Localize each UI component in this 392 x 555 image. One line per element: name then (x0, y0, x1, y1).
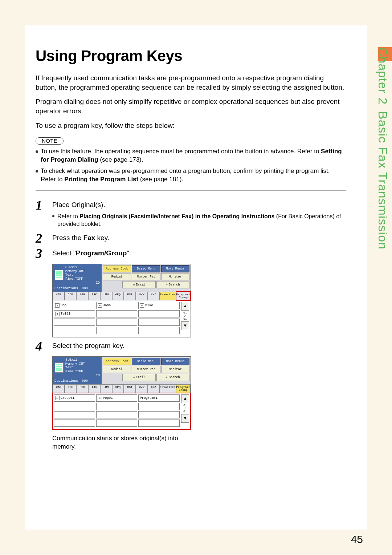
tab-favorites[interactable]: Favorites (159, 292, 176, 300)
section-divider (36, 190, 346, 191)
search-button[interactable]: Search (156, 374, 189, 381)
list-item[interactable] (138, 403, 180, 410)
entry-list: ✉Bob ☎Tel01 ✉John ✉Mike (53, 300, 191, 337)
entry-list: ☷Group01 ✉Pop01 Program01 (53, 393, 191, 430)
step-body: Select the program key. (52, 341, 346, 351)
tab-cde[interactable]: CDE (65, 384, 77, 393)
basic-menu-button[interactable]: Basic Menu (132, 358, 160, 365)
list-item[interactable] (54, 420, 95, 427)
list-item[interactable] (96, 319, 138, 326)
tab-program-group[interactable]: Program/ Group (176, 384, 191, 393)
redial-button[interactable]: Redial (103, 273, 131, 280)
list-item[interactable] (54, 411, 95, 418)
tab-uvw[interactable]: UVW (136, 292, 148, 300)
intro-paragraph-2: Program dialing does not only simplify r… (36, 97, 346, 116)
list-item[interactable]: ✉John (96, 302, 138, 309)
device-top-row: 8.5x11 Memory XMT Text Fine.TIFF ID Dest… (53, 357, 191, 384)
page-title: Using Program Keys (36, 47, 346, 65)
note-list: To use this feature, the operating seque… (36, 147, 346, 184)
note-item-1: To use this feature, the operating seque… (36, 147, 346, 164)
step-3: 3 Select "Program/Group". (36, 248, 346, 260)
list-item[interactable]: ☷Group01 (54, 394, 95, 402)
device-screenshot-2: 8.5x11 Memory XMT Text Fine.TIFF ID Dest… (52, 356, 346, 451)
list-item[interactable] (54, 403, 95, 410)
tab-favorites[interactable]: Favorites (159, 384, 176, 393)
step-body: Place Original(s). Refer to Placing Orig… (52, 200, 346, 230)
scroll-down-button[interactable]: ▼ (181, 414, 189, 423)
basic-menu-button[interactable]: Basic Menu (132, 265, 160, 272)
list-item[interactable] (54, 319, 95, 326)
page-indicator: 01 / 01 (183, 311, 187, 321)
list-item[interactable] (54, 327, 95, 334)
section-label: Basic Fax Transmission (376, 111, 390, 250)
more-menus-button[interactable]: More Menus (161, 358, 189, 365)
fax-icon: ☎ (55, 312, 60, 316)
step-1: 1 Place Original(s). Refer to Placing Or… (36, 200, 346, 230)
tab-lmn[interactable]: LMN (100, 292, 112, 300)
device-panel: 8.5x11 Memory XMT Text Fine.TIFF ID Dest… (52, 264, 191, 337)
monitor-button[interactable]: Monitor (161, 273, 189, 280)
address-book-button[interactable]: Address Book (103, 265, 131, 272)
alphabet-tabs: #AB CDE FGH IJK LMN OPQ RST UVW XYZ Favo… (53, 292, 191, 300)
tab-lmn[interactable]: LMN (100, 384, 112, 393)
device-top-row: 8.5x11 Memory XMT Text Fine.TIFF ID Dest… (53, 264, 191, 292)
list-item[interactable]: ✉Bob (54, 302, 95, 309)
list-item[interactable] (96, 403, 138, 410)
search-button[interactable]: Search (156, 281, 189, 288)
list-item[interactable] (138, 327, 180, 334)
tab-opq[interactable]: OPQ (112, 384, 124, 393)
intro-paragraph-1: If frequently used communication tasks a… (36, 73, 346, 92)
tab-opq[interactable]: OPQ (112, 292, 124, 300)
scroll-up-button[interactable]: ▲ (181, 302, 189, 311)
destinations-label: Destinations: 000 (54, 379, 100, 383)
scroll-controls: ▲ 01 / 01 ▼ (181, 394, 189, 427)
list-item[interactable] (96, 411, 138, 418)
list-item[interactable]: ☎Tel01 (54, 310, 95, 317)
number-pad-button[interactable]: Number Pad (132, 366, 160, 373)
mail-icon: ✉ (98, 396, 102, 400)
tab-rst[interactable]: RST (124, 384, 136, 393)
note-item-2: To check what operation was pre-programm… (36, 167, 346, 184)
list-item[interactable] (96, 327, 138, 334)
scroll-down-button[interactable]: ▼ (181, 321, 189, 330)
list-item[interactable]: ✉Mike (138, 302, 180, 309)
tab-fgh[interactable]: FGH (76, 384, 88, 393)
redial-button[interactable]: Redial (103, 366, 131, 373)
tab-uvw[interactable]: UVW (136, 384, 148, 393)
tab-xyz[interactable]: XYZ (148, 384, 160, 393)
list-item[interactable] (96, 420, 138, 427)
tab-ijk[interactable]: IJK (88, 292, 100, 300)
list-item[interactable] (138, 319, 180, 326)
list-item[interactable] (138, 420, 180, 427)
device-panel: 8.5x11 Memory XMT Text Fine.TIFF ID Dest… (52, 356, 191, 430)
tab-fgh[interactable]: FGH (76, 292, 88, 300)
tab-rst[interactable]: RST (124, 292, 136, 300)
list-item[interactable]: ✉Pop01 (96, 394, 138, 402)
monitor-button[interactable]: Monitor (161, 366, 189, 373)
device-info-panel: 8.5x11 Memory XMT Text Fine.TIFF ID Dest… (53, 264, 102, 292)
list-item[interactable] (138, 411, 180, 418)
list-item[interactable]: Program01 (138, 394, 180, 402)
email-button[interactable]: Email (122, 374, 155, 381)
list-item[interactable] (138, 310, 180, 317)
more-menus-button[interactable]: More Menus (161, 265, 189, 272)
tab-ab[interactable]: #AB (53, 384, 65, 393)
scroll-up-button[interactable]: ▲ (181, 394, 189, 403)
number-pad-button[interactable]: Number Pad (132, 273, 160, 280)
step-number: 1 (36, 199, 52, 212)
note-badge: NOTE (36, 137, 64, 145)
step-4-after: Communication starts or stores original(… (52, 434, 190, 451)
tab-cde[interactable]: CDE (65, 292, 77, 300)
tab-ijk[interactable]: IJK (88, 384, 100, 393)
document-page: Chapter 2 Basic Fax Transmission Using P… (0, 0, 392, 555)
tab-ab[interactable]: #AB (53, 292, 65, 300)
list-item[interactable] (96, 310, 138, 317)
chapter-side-tab: Chapter 2 Basic Fax Transmission (373, 47, 392, 309)
email-button[interactable]: Email (122, 281, 155, 288)
tab-xyz[interactable]: XYZ (148, 292, 160, 300)
address-book-button[interactable]: Address Book (103, 358, 131, 365)
destinations-label: Destinations: 000 (54, 287, 100, 290)
device-screenshot-1: 8.5x11 Memory XMT Text Fine.TIFF ID Dest… (52, 264, 346, 337)
tab-program-group[interactable]: Program/ Group (176, 292, 191, 300)
scroll-controls: ▲ 01 / 01 ▼ (181, 302, 189, 334)
